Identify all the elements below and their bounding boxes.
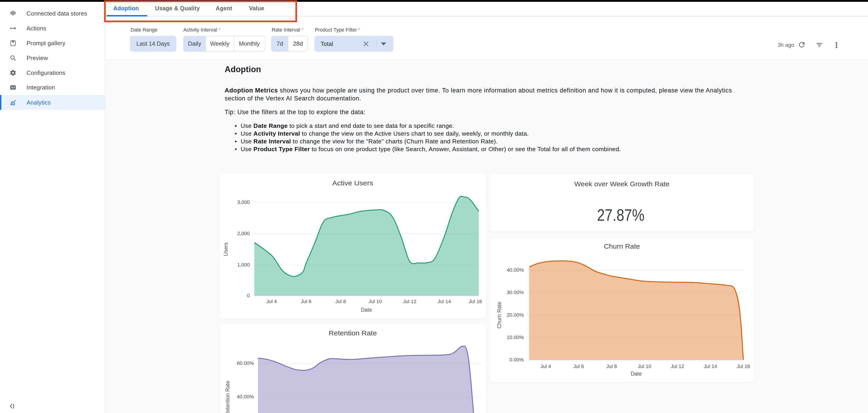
svg-text:27.87%: 27.87% — [597, 206, 645, 224]
svg-text:Users: Users — [223, 243, 229, 256]
svg-text:20.00%: 20.00% — [506, 312, 524, 318]
svg-text:Active Users: Active Users — [332, 179, 373, 187]
svg-text:Jul 4: Jul 4 — [266, 298, 277, 304]
svg-text:60.00%: 60.00% — [237, 360, 254, 366]
svg-text:0: 0 — [247, 293, 250, 298]
svg-text:Jul 8: Jul 8 — [607, 363, 617, 369]
svg-text:30.00%: 30.00% — [506, 289, 524, 295]
svg-text:Jul 8: Jul 8 — [335, 298, 346, 304]
svg-text:Jul 16: Jul 16 — [469, 298, 482, 304]
svg-text:Date: Date — [361, 307, 372, 313]
svg-text:Jul 14: Jul 14 — [437, 298, 451, 304]
svg-text:0.00%: 0.00% — [509, 357, 524, 362]
svg-text:Jul 14: Jul 14 — [704, 363, 717, 369]
svg-text:40.00%: 40.00% — [506, 267, 524, 273]
svg-text:Jul 10: Jul 10 — [638, 363, 651, 369]
svg-text:10.00%: 10.00% — [506, 335, 524, 340]
svg-text:1,000: 1,000 — [237, 262, 250, 267]
svg-text:Jul 6: Jul 6 — [301, 298, 311, 304]
svg-text:Retention Rate: Retention Rate — [329, 329, 377, 337]
svg-text:Jul 12: Jul 12 — [671, 363, 684, 369]
svg-text:40.00%: 40.00% — [237, 394, 254, 400]
svg-text:Jul 16: Jul 16 — [737, 363, 750, 369]
svg-text:Jul 4: Jul 4 — [540, 363, 551, 369]
svg-text:2,000: 2,000 — [237, 230, 250, 236]
svg-text:Retention Rate: Retention Rate — [225, 381, 230, 413]
svg-text:Jul 10: Jul 10 — [369, 298, 382, 304]
svg-text:Jul 6: Jul 6 — [573, 363, 584, 369]
svg-text:3,000: 3,000 — [237, 199, 250, 205]
svg-text:Churn Rate: Churn Rate — [496, 301, 502, 328]
svg-text:Churn Rate: Churn Rate — [604, 243, 640, 250]
svg-text:Date: Date — [631, 371, 642, 377]
svg-text:Jul 12: Jul 12 — [403, 298, 416, 304]
svg-text:Week over Week Growth Rate: Week over Week Growth Rate — [575, 180, 670, 188]
